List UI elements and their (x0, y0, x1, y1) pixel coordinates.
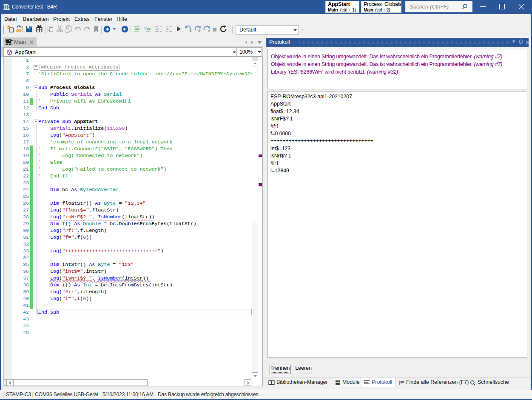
svg-text:'2: '2 (144, 26, 147, 30)
